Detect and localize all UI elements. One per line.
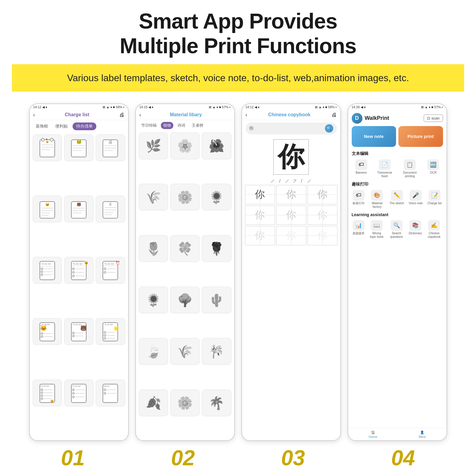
mine-label: Mine — [419, 435, 426, 439]
flower-item[interactable]: 🌺 — [202, 133, 231, 159]
list-item[interactable]: To-do list 🐻 — [64, 318, 93, 345]
flower-item[interactable]: 🌳 — [170, 287, 199, 313]
status-bar-3: 14:12 ◀ ♦ ⊠ ▲ ♦ ■ 58% ▪ — [242, 104, 340, 111]
scan-button[interactable]: ⊡ scan — [424, 114, 443, 122]
sketch-item[interactable]: ✏️ The sketch — [389, 190, 404, 209]
document-item[interactable]: 📋 Document printing — [402, 159, 417, 178]
flower-item[interactable]: 🌿 — [139, 133, 168, 159]
svg-text:🐰: 🐰 — [109, 202, 112, 206]
search-questions-item[interactable]: 🔍 Search questions — [389, 220, 404, 239]
new-note-button[interactable]: New note — [352, 126, 396, 147]
list-item[interactable]: To-do list 🐱 — [33, 380, 62, 406]
voice-note-label: Voice note — [409, 202, 423, 205]
main-title: Smart App Provides Multiple Print Functi… — [120, 9, 356, 58]
flower-item[interactable]: 🌵 — [202, 287, 231, 313]
home-label: Home — [369, 435, 377, 439]
list-item[interactable]: 🐱 — [33, 134, 62, 161]
search-input[interactable]: 你 — [249, 125, 323, 131]
scan-icon: ⊡ — [427, 116, 430, 120]
svg-text:To-do list: To-do list — [73, 263, 83, 265]
label-print-item[interactable]: 🏷 标签打印 — [353, 190, 365, 209]
action-cards: New note Picture print — [348, 126, 447, 150]
tab-plant[interactable]: 植物 — [161, 122, 173, 129]
sketch-icon: ✏️ — [391, 190, 403, 201]
flower-item[interactable]: 🍀 — [170, 235, 199, 262]
nav-mine[interactable]: 👤 Mine — [419, 431, 426, 439]
tab-festival[interactable]: 节日特辑 — [139, 122, 159, 129]
nav-home[interactable]: 🏠 Home — [369, 431, 377, 439]
svg-text:⏰: ⏰ — [116, 260, 119, 265]
flower-item[interactable]: 🍃 — [139, 338, 168, 365]
flower-item[interactable]: 🌻 — [202, 184, 231, 210]
chinese-copybook-icon: ✍️ — [428, 220, 440, 231]
flower-item[interactable]: 🌼 — [170, 389, 199, 416]
charge-list-item[interactable]: 📝 Charge list — [428, 190, 442, 209]
list-item[interactable]: 🐻 — [64, 196, 93, 222]
svg-point-2 — [50, 138, 53, 141]
svg-text:To do list: To do list — [72, 385, 81, 387]
char-cell: 你 — [245, 185, 275, 204]
list-item[interactable]: 🐰 — [96, 134, 125, 161]
tab-todo-active[interactable]: 待办清单 — [73, 122, 96, 130]
list-item[interactable]: To-do list 🌟 — [96, 318, 125, 345]
flower-item[interactable]: 🌴 — [202, 389, 231, 416]
flower-item[interactable]: 🎋 — [202, 338, 231, 365]
exam-item[interactable]: 📊 真题题库 — [353, 220, 365, 239]
status-bar-4: 14:26 ◀ ♦ ⊠ ▲ ♦ ■ 57% ▪ — [348, 104, 447, 111]
wrong-topic-label: Wrong topic book — [369, 232, 384, 239]
picture-print-button[interactable]: Picture print — [398, 126, 443, 147]
list-item[interactable]: To do list — [64, 380, 93, 406]
list-item[interactable]: To-do list ⏰ — [96, 257, 125, 284]
char-cell: 你 — [307, 205, 337, 225]
svg-text:🐱: 🐱 — [45, 202, 49, 207]
list-item[interactable]: To-do list 🐱 — [33, 318, 62, 345]
tab-king[interactable]: 王者榜 — [189, 122, 206, 129]
material-factory-item[interactable]: 🎨 Material factory — [369, 190, 385, 209]
tab-decor[interactable]: 装饰框 — [33, 122, 51, 130]
transverse-item[interactable]: 📄 Transverse fixed — [377, 159, 392, 178]
list-item[interactable]: 🐸 — [64, 134, 93, 161]
tab-poem[interactable]: 诗词 — [175, 122, 188, 129]
list-item[interactable]: To-do list 🐱 — [64, 257, 93, 284]
flower-item[interactable]: 🌾 — [170, 338, 199, 365]
chinese-copybook-label: Chinese copybook — [426, 232, 442, 239]
voice-note-item[interactable]: 🎤 Voice note — [409, 190, 423, 209]
flower-item[interactable]: 🌾 — [139, 184, 168, 210]
list-item[interactable]: To-do list — [33, 257, 62, 284]
flower-item[interactable]: 🌹 — [202, 235, 231, 262]
char-cell: 你 — [276, 205, 306, 225]
list-item[interactable]: 🐱 — [33, 196, 62, 222]
ocr-item[interactable]: 🔤 OCR — [427, 159, 439, 178]
charge-list-label: Charge list — [428, 202, 442, 205]
char-cell: 你 — [245, 205, 275, 225]
svg-text:🐱: 🐱 — [46, 140, 49, 143]
flower-grid: 🌿 🌸 🌺 🌾 🌼 🌻 🌷 🍀 🌹 🌻 🌳 🌵 🍃 🌾 🎋 🍂 🌼 🌴 — [136, 131, 234, 440]
phone-3: 14:12 ◀ ♦ ⊠ ▲ ♦ ■ 58% ▪ ‹ Chinese copybo… — [241, 103, 341, 441]
stroke-guide: ノ 丨 ノ フ 丨 ノ — [270, 178, 312, 184]
flower-item[interactable]: 🍂 — [139, 389, 168, 416]
search-icon[interactable]: 🔍 — [325, 124, 333, 133]
document-icon: 📋 — [404, 159, 416, 170]
flower-item[interactable]: 🌸 — [170, 133, 199, 159]
flower-item[interactable]: 🌷 — [139, 235, 168, 262]
wrong-topic-item[interactable]: 📖 Wrong topic book — [369, 220, 384, 239]
screen2-tabs: 节日特辑 植物 诗词 王者榜 — [136, 120, 234, 131]
flower-item[interactable]: 🌻 — [139, 287, 168, 313]
wrong-topic-icon: 📖 — [371, 220, 383, 231]
tab-sticker[interactable]: 便利贴 — [53, 122, 70, 130]
dictionary-item[interactable]: 📚 Dictionary — [409, 220, 422, 239]
list-item[interactable]: Memo — [96, 380, 125, 406]
chinese-copybook-item[interactable]: ✍️ Chinese copybook — [426, 220, 442, 239]
svg-text:To-do list: To-do list — [104, 323, 113, 326]
signal-4: ⊠ ▲ ♦ ■ 57% ▪ — [421, 105, 443, 109]
flower-item[interactable]: 🌼 — [170, 184, 199, 210]
number-03: 03 — [243, 446, 343, 470]
number-01: 01 — [23, 446, 123, 470]
banners-item[interactable]: 🏷 Banners — [355, 159, 367, 178]
char-cell: 你 — [307, 185, 337, 204]
list-item[interactable]: 🐰 — [96, 196, 125, 222]
yellow-banner: Various label templates, sketch, voice n… — [12, 64, 464, 92]
print-icon-3[interactable]: 🖨 — [332, 112, 337, 118]
svg-text:🐰: 🐰 — [108, 139, 113, 144]
mine-icon: 👤 — [420, 431, 424, 434]
